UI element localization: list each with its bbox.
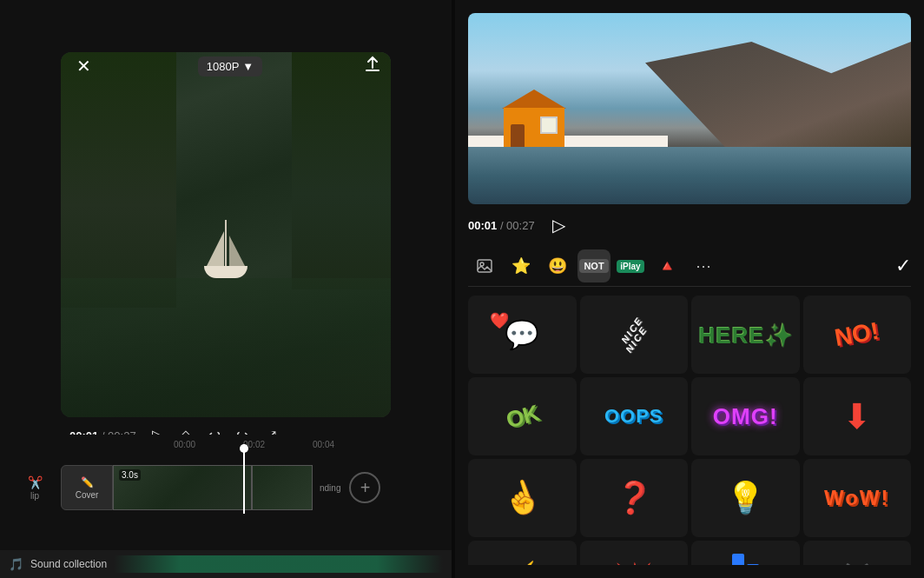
sound-waveform xyxy=(114,555,443,573)
bar-3 xyxy=(747,564,759,565)
right-panel: 00:01 / 00:27 ▷ ⭐ 😃 NOT iPlay 🔺 ⋯ ✓ xyxy=(455,0,924,578)
playhead[interactable] xyxy=(243,444,245,514)
clip-duration: 3.0s xyxy=(119,469,141,481)
sticker-no[interactable]: NO! xyxy=(803,296,912,374)
house xyxy=(504,90,573,147)
cover-label: Cover xyxy=(76,490,99,500)
resolution-button[interactable]: 1080P ▼ xyxy=(198,56,262,76)
timeline-ruler: 00:00 00:02 00:04 xyxy=(0,435,452,453)
sticker-finger[interactable]: ☝️ xyxy=(468,459,577,537)
iplay-badge: iPlay xyxy=(617,260,644,273)
sticker-grid: 💬 ❤️ NICE NICE HERE✨ NO! OK OOPS OMG! ⬇ xyxy=(468,296,911,565)
lip-label: lip xyxy=(30,491,39,501)
clip-label-right: nding xyxy=(313,483,340,493)
sound-collection-bar: 🎵 Sound collection xyxy=(0,550,452,578)
close-button[interactable]: ✕ xyxy=(69,52,97,80)
sticker-animal[interactable]: 🦊 xyxy=(803,541,912,565)
house-window xyxy=(540,116,558,134)
toolbar-not-button[interactable]: NOT xyxy=(578,249,610,282)
cover-edit-icon: ✏️ xyxy=(81,476,94,488)
sticker-question[interactable]: ❓ xyxy=(580,459,689,537)
track-label: ✂️ lip xyxy=(9,475,61,501)
toolbar-more-button[interactable]: ⋯ xyxy=(687,249,720,282)
sticker-heart-speech[interactable]: 💬 ❤️ xyxy=(468,296,577,374)
toolbar-iplay-button[interactable]: iPlay xyxy=(614,249,647,282)
sticker-explosion[interactable]: 💥 xyxy=(580,541,689,565)
water xyxy=(468,147,911,204)
toolbar-check-button[interactable]: ✓ xyxy=(895,255,911,277)
house-door xyxy=(511,124,525,147)
left-panel: ✕ 1080P ▼ 00:01 / xyxy=(0,0,452,578)
bar-2 xyxy=(732,554,744,565)
sticker-barchart[interactable] xyxy=(691,541,800,565)
export-button[interactable] xyxy=(363,55,382,78)
sound-collection-label: Sound collection xyxy=(30,558,107,570)
toolbar-star-button[interactable]: ⭐ xyxy=(505,249,538,282)
toolbar-cone-button[interactable]: 🔺 xyxy=(650,249,683,282)
main-clip[interactable]: 3.0s xyxy=(113,465,252,510)
ruler-mark-1: 00:02 xyxy=(243,440,313,449)
preview-play-button[interactable]: ▷ xyxy=(552,215,565,236)
toolbar-image-button[interactable] xyxy=(468,249,501,282)
video-topbar: ✕ 1080P ▼ xyxy=(61,52,391,80)
add-clip-button[interactable]: + xyxy=(349,472,380,503)
house-body xyxy=(504,108,564,147)
sticker-toolbar: ⭐ 😃 NOT iPlay 🔺 ⋯ ✓ xyxy=(468,246,911,287)
sticker-ok[interactable]: OK xyxy=(468,377,577,455)
sticker-nice-nice[interactable]: NICE NICE xyxy=(580,296,689,374)
preview-time-display: 00:01 / 00:27 xyxy=(468,219,535,232)
not-badge: NOT xyxy=(579,259,608,273)
sticker-lightning[interactable]: ⚡ xyxy=(468,541,577,565)
sticker-wow[interactable]: WoW! xyxy=(803,459,912,537)
toolbar-emoji-button[interactable]: 😃 xyxy=(541,249,574,282)
house-roof xyxy=(502,90,566,109)
sticker-oops[interactable]: OOPS xyxy=(580,377,689,455)
preview-video xyxy=(468,13,911,204)
ruler-mark-2: 00:04 xyxy=(313,440,382,449)
preview-controls: 00:01 / 00:27 ▷ xyxy=(468,213,911,237)
ruler-mark-0: 00:00 xyxy=(174,440,243,449)
music-icon: 🎵 xyxy=(9,557,23,571)
timeline-track: ✂️ lip ✏️ Cover 3.0s nding + xyxy=(0,453,452,522)
sticker-lightbulb[interactable]: 💡 xyxy=(691,459,800,537)
clip-segment[interactable] xyxy=(252,465,313,510)
timeline-area: 00:00 00:02 00:04 ✂️ lip ✏️ Cover 3.0s n… xyxy=(0,435,452,578)
clip-icon: ✂️ xyxy=(28,475,43,489)
cover-clip[interactable]: ✏️ Cover xyxy=(61,465,113,510)
sticker-omg[interactable]: OMG! xyxy=(691,377,800,455)
sticker-arrow-down[interactable]: ⬇ xyxy=(803,377,912,455)
mountain-bg xyxy=(645,42,911,147)
sticker-here[interactable]: HERE✨ xyxy=(691,296,800,374)
video-preview xyxy=(61,52,391,417)
